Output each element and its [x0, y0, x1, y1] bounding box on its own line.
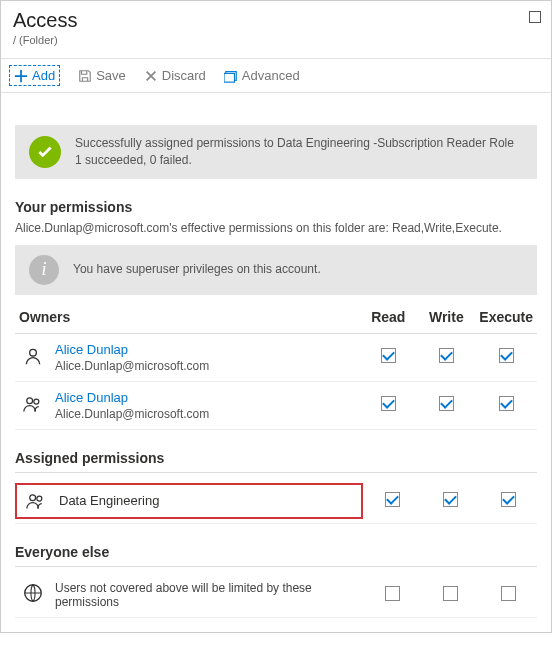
- your-permissions-title: Your permissions: [15, 199, 537, 215]
- info-icon: i: [29, 255, 59, 285]
- write-checkbox[interactable]: [443, 492, 458, 507]
- owner-name[interactable]: Alice Dunlap: [55, 342, 355, 357]
- save-label: Save: [96, 68, 126, 83]
- assigned-table: Data Engineering: [15, 479, 537, 524]
- everyone-title: Everyone else: [15, 544, 537, 560]
- highlighted-entry: Data Engineering: [15, 483, 363, 519]
- discard-button[interactable]: Discard: [144, 68, 206, 83]
- svg-point-4: [34, 399, 39, 404]
- discard-label: Discard: [162, 68, 206, 83]
- svg-point-6: [37, 496, 42, 501]
- execute-checkbox[interactable]: [499, 348, 514, 363]
- advanced-label: Advanced: [242, 68, 300, 83]
- read-checkbox[interactable]: [381, 348, 396, 363]
- info-text: You have superuser privileges on this ac…: [73, 261, 321, 278]
- owner-email: Alice.Dunlap@microsoft.com: [55, 407, 355, 421]
- col-read: Read: [359, 301, 417, 334]
- toolbar: Add Save Discard Advanced: [1, 58, 551, 93]
- write-checkbox[interactable]: [443, 586, 458, 601]
- page-title: Access: [13, 9, 539, 32]
- plus-icon: [14, 69, 28, 83]
- group-icon: [25, 491, 47, 511]
- everyone-table: Users not covered above will be limited …: [15, 573, 537, 618]
- assigned-title: Assigned permissions: [15, 450, 537, 466]
- execute-checkbox[interactable]: [501, 586, 516, 601]
- save-button[interactable]: Save: [78, 68, 126, 83]
- user-icon: [23, 346, 43, 366]
- assigned-name[interactable]: Data Engineering: [59, 493, 159, 508]
- write-checkbox[interactable]: [439, 396, 454, 411]
- info-banner: i You have superuser privileges on this …: [15, 245, 537, 295]
- owners-table: Owners Read Write Execute Alice Dunlap A…: [15, 301, 537, 430]
- svg-rect-1: [224, 73, 235, 82]
- add-label: Add: [32, 68, 55, 83]
- read-checkbox[interactable]: [385, 492, 400, 507]
- write-checkbox[interactable]: [439, 348, 454, 363]
- breadcrumb: / (Folder): [13, 34, 539, 46]
- advanced-icon: [224, 69, 238, 83]
- your-permissions-desc: Alice.Dunlap@microsoft.com's effective p…: [15, 221, 537, 235]
- globe-icon: [22, 582, 44, 604]
- read-checkbox[interactable]: [385, 586, 400, 601]
- read-checkbox[interactable]: [381, 396, 396, 411]
- svg-point-3: [27, 397, 33, 403]
- advanced-button[interactable]: Advanced: [224, 68, 300, 83]
- col-owners: Owners: [15, 301, 359, 334]
- table-row: Data Engineering: [15, 479, 537, 524]
- col-write: Write: [417, 301, 475, 334]
- success-check-icon: [29, 136, 61, 168]
- svg-point-5: [30, 494, 36, 500]
- table-row: Users not covered above will be limited …: [15, 573, 537, 618]
- table-row: Alice Dunlap Alice.Dunlap@microsoft.com: [15, 333, 537, 381]
- execute-checkbox[interactable]: [499, 396, 514, 411]
- owner-name[interactable]: Alice Dunlap: [55, 390, 355, 405]
- everyone-desc: Users not covered above will be limited …: [55, 581, 315, 609]
- group-icon: [22, 394, 44, 414]
- execute-checkbox[interactable]: [501, 492, 516, 507]
- owner-email: Alice.Dunlap@microsoft.com: [55, 359, 355, 373]
- save-icon: [78, 69, 92, 83]
- add-button[interactable]: Add: [9, 65, 60, 86]
- table-row: Alice Dunlap Alice.Dunlap@microsoft.com: [15, 381, 537, 429]
- col-execute: Execute: [475, 301, 537, 334]
- discard-icon: [144, 69, 158, 83]
- success-line2: 1 succeeded, 0 failed.: [75, 152, 514, 169]
- maximize-icon[interactable]: [529, 11, 541, 23]
- svg-point-2: [30, 349, 37, 356]
- success-banner: Successfully assigned permissions to Dat…: [15, 125, 537, 179]
- success-line1: Successfully assigned permissions to Dat…: [75, 135, 514, 152]
